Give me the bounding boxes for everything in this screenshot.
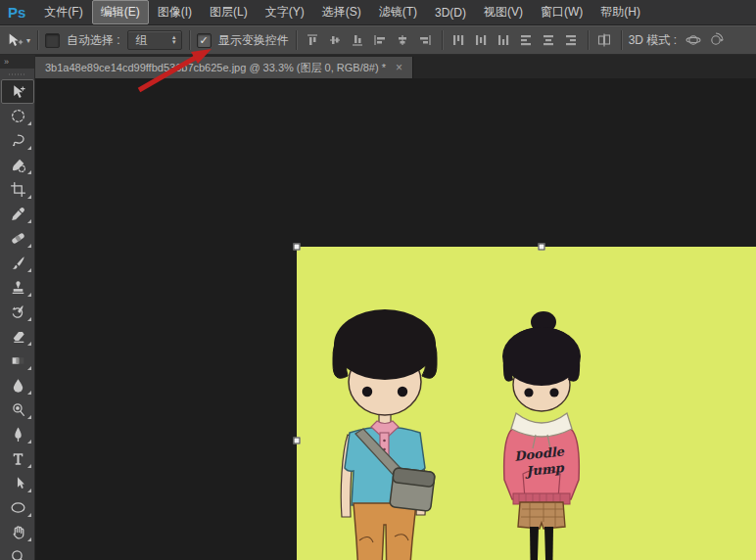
- menu-item-9[interactable]: 窗口(W): [532, 0, 591, 24]
- type-tool-icon: [10, 450, 26, 467]
- gradient-tool[interactable]: [1, 349, 34, 373]
- close-icon[interactable]: ×: [394, 61, 404, 74]
- distribute-vertical-centers-icon[interactable]: [472, 31, 491, 50]
- menu-item-10[interactable]: 帮助(H): [591, 0, 649, 24]
- distribute-left-edges-icon[interactable]: [517, 31, 536, 50]
- lasso-tool[interactable]: [1, 128, 34, 153]
- tab-bar: 3b1a48e89ce14cd99ffbd536b7cb625e.jpg @ 3…: [35, 55, 756, 78]
- menu-item-3[interactable]: 图层(L): [201, 0, 257, 24]
- separator: [588, 30, 589, 50]
- group-dropdown-value: 组: [136, 32, 148, 49]
- menu-item-0[interactable]: 文件(F): [35, 0, 91, 24]
- collapse-panel-button[interactable]: »: [0, 55, 34, 69]
- align-top-edges-icon[interactable]: [304, 31, 322, 50]
- lasso-tool-icon: [10, 132, 26, 149]
- menu-item-4[interactable]: 文字(Y): [257, 0, 313, 24]
- history-brush-tool-icon: [10, 303, 26, 320]
- transform-handle-top-center[interactable]: [538, 244, 544, 251]
- auto-align-layers-icon[interactable]: [595, 31, 614, 50]
- menu-item-5[interactable]: 选择(S): [313, 0, 370, 24]
- dodge-tool[interactable]: [1, 397, 34, 422]
- path-selection-tool[interactable]: [1, 471, 34, 495]
- flyout-triangle-icon: [27, 219, 31, 223]
- shape-tool[interactable]: [1, 495, 34, 520]
- 3d-roll-icon[interactable]: [706, 31, 725, 50]
- menu-items: 文件(F)编辑(E)图像(I)图层(L)文字(Y)选择(S)滤镜(T)3D(D)…: [35, 0, 649, 24]
- align-horizontal-centers-icon[interactable]: [394, 31, 412, 50]
- zoom-tool[interactable]: [1, 544, 34, 560]
- history-brush-tool[interactable]: [1, 300, 34, 324]
- marquee-tool-icon: [10, 108, 26, 124]
- eraser-tool[interactable]: [1, 324, 34, 349]
- separator: [621, 30, 622, 50]
- align-vertical-centers-icon[interactable]: [326, 31, 345, 50]
- blur-tool[interactable]: [1, 373, 34, 397]
- blur-tool-icon: [10, 377, 26, 394]
- distribute-horizontal-centers-icon[interactable]: [540, 31, 558, 50]
- distribute-right-edges-icon[interactable]: [562, 31, 581, 50]
- clone-stamp-tool[interactable]: [1, 275, 34, 300]
- flyout-triangle-icon: [27, 195, 31, 199]
- 3d-mode-icon-group: [684, 31, 725, 50]
- menu-item-6[interactable]: 滤镜(T): [370, 0, 426, 24]
- flyout-triangle-icon: [27, 366, 31, 370]
- auto-select-checkbox[interactable]: [45, 33, 60, 48]
- hand-tool-icon: [10, 524, 26, 540]
- flyout-triangle-icon: [27, 415, 31, 419]
- flyout-triangle-icon: [27, 268, 31, 272]
- panel-grip[interactable]: [9, 70, 25, 77]
- options-bar: ▾ 自动选择 : 组 ▲▼ ✓ 显示变换控件 3D 模式 :: [0, 25, 756, 55]
- distribute-top-edges-icon[interactable]: [449, 31, 468, 50]
- align-icon-group: [304, 31, 435, 50]
- separator: [37, 30, 38, 50]
- healing-brush-tool-icon: [10, 230, 26, 247]
- chevron-down-icon: ▾: [26, 36, 30, 45]
- quick-selection-tool[interactable]: [1, 153, 34, 177]
- transform-handle-middle-left[interactable]: [294, 438, 301, 444]
- document-tab[interactable]: 3b1a48e89ce14cd99ffbd536b7cb625e.jpg @ 3…: [35, 57, 413, 78]
- dodge-tool-icon: [10, 401, 26, 418]
- separator: [189, 30, 190, 50]
- gradient-tool-icon: [10, 352, 26, 369]
- healing-brush-tool[interactable]: [1, 226, 34, 251]
- crop-tool[interactable]: [1, 177, 34, 202]
- flyout-triangle-icon: [27, 537, 31, 541]
- align-bottom-edges-icon[interactable]: [349, 31, 367, 50]
- transform-handle-top-left[interactable]: [294, 244, 301, 251]
- flyout-triangle-icon: [27, 293, 31, 297]
- align-right-edges-icon[interactable]: [416, 31, 435, 50]
- path-selection-tool-icon: [10, 475, 26, 491]
- crop-tool-icon: [10, 181, 26, 198]
- distribute-bottom-edges-icon[interactable]: [495, 31, 513, 50]
- menu-item-8[interactable]: 视图(V): [475, 0, 532, 24]
- tool-list: [0, 79, 34, 560]
- hand-tool[interactable]: [1, 520, 34, 544]
- pen-tool[interactable]: [1, 422, 34, 446]
- boy-character: [333, 309, 437, 560]
- type-tool[interactable]: [1, 446, 34, 471]
- flyout-triangle-icon: [27, 342, 31, 346]
- menu-bar: Ps 文件(F)编辑(E)图像(I)图层(L)文字(Y)选择(S)滤镜(T)3D…: [0, 0, 756, 25]
- eyedropper-tool-icon: [10, 206, 26, 222]
- 3d-rotate-icon[interactable]: [684, 31, 702, 50]
- quick-selection-tool-icon: [10, 157, 26, 173]
- document-area: Doodle Jump: [35, 78, 756, 560]
- flyout-triangle-icon: [27, 170, 31, 174]
- menu-item-1[interactable]: 编辑(E): [92, 0, 149, 24]
- canvas-image[interactable]: Doodle Jump: [297, 247, 756, 560]
- eyedropper-tool[interactable]: [1, 202, 34, 226]
- move-tool[interactable]: [1, 79, 34, 104]
- marquee-tool[interactable]: [1, 104, 34, 128]
- align-left-edges-icon[interactable]: [371, 31, 390, 50]
- show-transform-checkbox[interactable]: ✓: [197, 33, 212, 48]
- menu-item-2[interactable]: 图像(I): [149, 0, 201, 24]
- separator: [442, 30, 443, 50]
- eraser-tool-icon: [10, 328, 26, 345]
- menu-item-7[interactable]: 3D(D): [426, 2, 475, 23]
- group-dropdown[interactable]: 组 ▲▼: [127, 30, 182, 50]
- active-tool-preview[interactable]: ▾: [7, 32, 30, 49]
- brush-tool[interactable]: [1, 251, 34, 275]
- move-tool-icon: [7, 32, 24, 49]
- distribute-icon-group: [449, 31, 581, 50]
- separator: [296, 30, 297, 50]
